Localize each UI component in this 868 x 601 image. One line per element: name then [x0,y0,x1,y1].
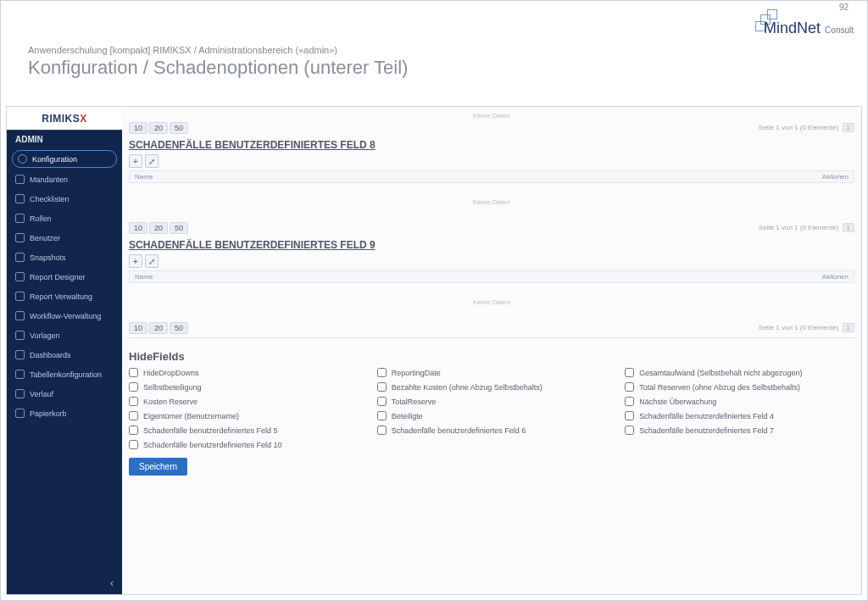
hidefields-col2: ReportingDate Bezahlte Kosten (ohne Abzu… [377,368,607,449]
checkbox[interactable] [129,368,138,377]
pager-text: Seite 1 von 1 (0 Elemente) [759,324,839,331]
checkbox[interactable] [377,411,387,420]
chk-feld4[interactable]: Schadenfälle benutzerdefiniertes Feld 4 [625,411,854,420]
chk-kostenreserve[interactable]: Kosten Reserve [129,397,359,406]
sidebar-item-verlauf[interactable]: Verlauf [7,384,122,403]
page-size-selector[interactable]: 102050 [129,124,190,132]
checkbox[interactable] [625,382,634,392]
checkbox[interactable] [625,397,634,406]
chk-label: Schadenfälle benutzerdefiniertes Feld 7 [639,426,774,435]
chk-feld5[interactable]: Schadenfälle benutzerdefiniertes Feld 5 [129,426,359,435]
sidebar-item-snapshots[interactable]: Snapshots [7,248,122,267]
gear-icon [18,154,27,164]
col-actions: Aktionen [822,173,849,181]
separator [129,337,854,338]
page-size-50[interactable]: 50 [170,322,188,334]
chk-gesamtaufwand[interactable]: Gesamtaufwand (Selbstbehalt nicht abgezo… [625,368,854,377]
sidebar-item-label: Verlauf [30,390,53,398]
sidebar-item-label: Konfiguration [32,155,77,164]
checkbox[interactable] [625,426,634,435]
checkbox[interactable] [377,397,387,406]
page-size-10[interactable]: 10 [129,322,147,334]
page-header: Anwenderschulung [kompakt] RIMIKSX / Adm… [28,45,408,79]
checkbox[interactable] [129,397,138,406]
users-icon [15,175,25,184]
sidebar-item-label: Benutzer [30,234,60,242]
checkbox[interactable] [377,368,387,377]
pager-current[interactable]: 1 [843,323,854,332]
pager-text: Seite 1 von 1 (0 Elemente) [759,124,839,131]
checkbox[interactable] [129,382,138,392]
sidebar-item-dashboards[interactable]: Dashboards [7,345,122,364]
admin-label: ADMIN [7,131,122,148]
chk-eigentuemer[interactable]: Eigentümer (Benutzername) [129,411,359,420]
collapse-sidebar-icon[interactable]: ‹ [110,577,114,589]
page-size-10[interactable]: 10 [129,222,147,234]
page-number: 92 [839,3,849,12]
checkbox[interactable] [129,426,138,435]
expand-button[interactable]: ⤢ [145,254,159,268]
sidebar-item-mandanten[interactable]: Mandanten [7,170,122,189]
sidebar-item-rollen[interactable]: Rollen [7,209,122,228]
page-size-20[interactable]: 20 [149,322,168,334]
chk-label: Schadenfälle benutzerdefiniertes Feld 6 [392,426,526,435]
chk-bezahlte-kosten[interactable]: Bezahlte Kosten (ohne Abzug Selbstbehalt… [377,382,607,392]
chk-reportingdate[interactable]: ReportingDate [377,368,607,377]
chk-beteiligte[interactable]: Beteiligte [377,411,607,420]
sidebar-item-label: Dashboards [30,351,71,359]
chk-feld10[interactable]: Schadenfälle benutzerdefiniertes Feld 10 [129,440,359,449]
page-title: Konfiguration / Schadenoptionen (unterer… [28,57,408,79]
pager-current[interactable]: 1 [843,223,854,232]
page-size-50[interactable]: 50 [170,222,188,234]
pager-text: Seite 1 von 1 (0 Elemente) [759,224,839,231]
chk-naechste-ueberwachung[interactable]: Nächste Überwachung [625,397,854,406]
sidebar-item-report-verwaltung[interactable]: Report Verwaltung [7,287,122,306]
chk-label: Eigentümer (Benutzername) [143,412,239,420]
checkbox[interactable] [129,411,138,420]
add-button[interactable]: + [129,254,142,268]
checkbox[interactable] [377,382,387,392]
pager-info: Seite 1 von 1 (0 Elemente)1 [759,123,854,132]
sidebar-item-label: Mandanten [30,175,68,184]
chk-label: Total Reserven (ohne Abzug des Selbstbeh… [639,383,800,392]
col-name: Name [135,273,153,281]
add-button[interactable]: + [129,154,142,168]
template-icon [15,331,25,340]
sidebar-item-checklisten[interactable]: Checklisten [7,189,122,209]
pager-row: 102050 Seite 1 von 1 (0 Elemente)1 [129,123,854,132]
page-size-selector[interactable]: 102050 [129,324,190,332]
chk-label: Schadenfälle benutzerdefiniertes Feld 10 [143,441,282,449]
page-size-20[interactable]: 20 [149,222,168,234]
chk-hidedropdowns[interactable]: HideDropDowns [129,368,359,377]
hidefields-col1: HideDropDowns Selbstbeteiligung Kosten R… [129,368,359,449]
sidebar-item-papierkorb[interactable]: Papierkorb [7,403,122,423]
checkbox[interactable] [377,426,387,435]
sidebar-item-vorlagen[interactable]: Vorlagen [7,326,122,345]
chk-feld6[interactable]: Schadenfälle benutzerdefiniertes Feld 6 [377,426,607,435]
expand-button[interactable]: ⤢ [145,154,159,168]
page-size-50[interactable]: 50 [170,122,188,134]
chk-label: Schadenfälle benutzerdefiniertes Feld 5 [143,426,278,435]
page-size-10[interactable]: 10 [129,122,147,134]
checkbox[interactable] [625,368,634,377]
chk-selbstbeteiligung[interactable]: Selbstbeteiligung [129,382,359,392]
sidebar-nav: Konfiguration Mandanten Checklisten Roll… [7,148,122,423]
sidebar-item-label: Snapshots [30,253,66,262]
sidebar-item-konfiguration[interactable]: Konfiguration [12,150,117,168]
sidebar-item-benutzer[interactable]: Benutzer [7,228,122,248]
chk-totalreserven[interactable]: Total Reserven (ohne Abzug des Selbstbeh… [625,382,854,392]
chk-totalreserve[interactable]: TotalReserve [377,397,607,406]
sidebar-item-tabellenkonfiguration[interactable]: Tabellenkonfiguration [7,364,122,384]
sidebar-item-report-designer[interactable]: Report Designer [7,267,122,287]
col-name: Name [135,173,153,181]
pager-current[interactable]: 1 [843,123,854,132]
app-frame: RIMIKSX ADMIN Konfiguration Mandanten Ch… [6,106,862,595]
save-button[interactable]: Speichern [129,458,187,476]
checkbox[interactable] [625,411,634,420]
checkbox[interactable] [129,440,138,449]
chk-feld7[interactable]: Schadenfälle benutzerdefiniertes Feld 7 [625,426,854,435]
sidebar-item-workflow[interactable]: Workflow-Verwaltung [7,306,122,326]
page-size-20[interactable]: 20 [149,122,168,134]
briefcase-icon [15,214,25,223]
page-size-selector[interactable]: 102050 [129,224,190,232]
